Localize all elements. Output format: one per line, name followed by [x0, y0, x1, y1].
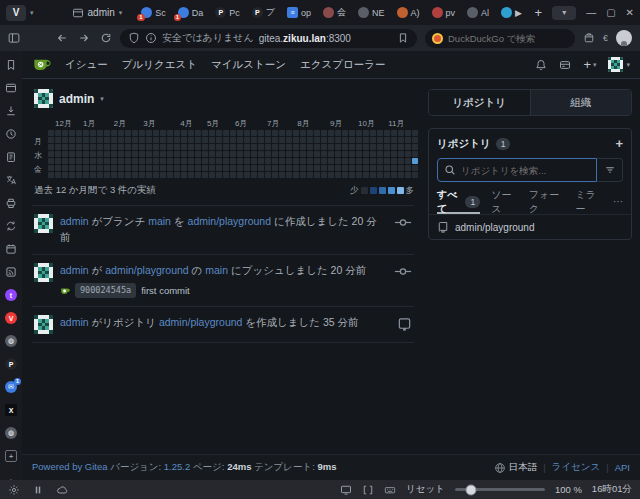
- heatmap-cell[interactable]: [223, 130, 229, 136]
- heatmap-cell[interactable]: [398, 158, 404, 164]
- heatmap-cell[interactable]: [335, 172, 341, 178]
- heatmap-cell[interactable]: [69, 151, 75, 157]
- address-bar[interactable]: 安全ではありません gitea.zikuu.lan:8300: [120, 29, 417, 48]
- heatmap-cell[interactable]: [188, 165, 194, 171]
- heatmap-cell[interactable]: [230, 172, 236, 178]
- heatmap-cell[interactable]: [314, 137, 320, 143]
- history-panel-icon[interactable]: [5, 128, 17, 140]
- extensions-icon[interactable]: [583, 32, 595, 44]
- heatmap-cell[interactable]: [153, 130, 159, 136]
- reload-button[interactable]: [100, 32, 112, 44]
- heatmap-cell[interactable]: [69, 158, 75, 164]
- heatmap-cell[interactable]: [55, 144, 61, 150]
- download-panel-icon[interactable]: [5, 105, 17, 117]
- heatmap-cell[interactable]: [286, 137, 292, 143]
- heatmap-cell[interactable]: [167, 158, 173, 164]
- footer-link[interactable]: Powered by Gitea: [32, 461, 108, 472]
- heatmap-cell[interactable]: [181, 144, 187, 150]
- heatmap-cell[interactable]: [174, 130, 180, 136]
- heatmap-cell[interactable]: [160, 172, 166, 178]
- heatmap-cell[interactable]: [342, 151, 348, 157]
- heatmap-cell[interactable]: [412, 144, 418, 150]
- heatmap-cell[interactable]: [167, 144, 173, 150]
- heatmap-cell[interactable]: [272, 158, 278, 164]
- heatmap-cell[interactable]: [251, 158, 257, 164]
- heatmap-cell[interactable]: [349, 137, 355, 143]
- heatmap-cell[interactable]: [174, 144, 180, 150]
- heatmap-cell[interactable]: [195, 158, 201, 164]
- heatmap-cell[interactable]: [55, 151, 61, 157]
- browser-tab[interactable]: ▶: [496, 5, 527, 20]
- heatmap-cell[interactable]: [160, 137, 166, 143]
- heatmap-cell[interactable]: [237, 165, 243, 171]
- heatmap-cell[interactable]: [118, 172, 124, 178]
- reader-icon[interactable]: €: [603, 33, 608, 43]
- heatmap-cell[interactable]: [223, 165, 229, 171]
- heatmap-cell[interactable]: [174, 165, 180, 171]
- heatmap-cell[interactable]: [342, 130, 348, 136]
- heatmap-cell[interactable]: [251, 172, 257, 178]
- heatmap-cell[interactable]: [139, 172, 145, 178]
- heatmap-cell[interactable]: [335, 130, 341, 136]
- heatmap-cell[interactable]: [216, 158, 222, 164]
- heatmap-cell[interactable]: [300, 165, 306, 171]
- heatmap-cell[interactable]: [55, 137, 61, 143]
- heatmap-cell[interactable]: [384, 144, 390, 150]
- heatmap-cell[interactable]: [62, 144, 68, 150]
- heatmap-cell[interactable]: [195, 172, 201, 178]
- heatmap-cell[interactable]: [370, 137, 376, 143]
- heatmap-cell[interactable]: [223, 151, 229, 157]
- proton-panel-icon[interactable]: P: [5, 358, 17, 370]
- heatmap-cell[interactable]: [293, 137, 299, 143]
- maximize-button[interactable]: ▢: [606, 7, 615, 18]
- heatmap-cell[interactable]: [370, 172, 376, 178]
- heatmap-cell[interactable]: [293, 144, 299, 150]
- heatmap-cell[interactable]: [104, 130, 110, 136]
- heatmap-cell[interactable]: [62, 137, 68, 143]
- heatmap-cell[interactable]: [398, 130, 404, 136]
- heatmap-cell[interactable]: [139, 137, 145, 143]
- heatmap-cell[interactable]: [216, 151, 222, 157]
- heatmap-cell[interactable]: [132, 172, 138, 178]
- heatmap-cell[interactable]: [286, 165, 292, 171]
- heatmap-cell[interactable]: [307, 172, 313, 178]
- feed-avatar[interactable]: [34, 315, 53, 334]
- heatmap-cell[interactable]: [251, 151, 257, 157]
- heatmap-cell[interactable]: [272, 144, 278, 150]
- heatmap-cell[interactable]: [321, 165, 327, 171]
- heatmap-cell[interactable]: [76, 172, 82, 178]
- heatmap-cell[interactable]: [195, 165, 201, 171]
- heatmap-cell[interactable]: [69, 165, 75, 171]
- heatmap-cell[interactable]: [153, 144, 159, 150]
- heatmap-cell[interactable]: [237, 137, 243, 143]
- heatmap-cell[interactable]: [195, 144, 201, 150]
- heatmap-cell[interactable]: [356, 165, 362, 171]
- heatmap-cell[interactable]: [174, 151, 180, 157]
- heatmap-cell[interactable]: [104, 144, 110, 150]
- heatmap-cell[interactable]: [335, 151, 341, 157]
- heatmap-cell[interactable]: [153, 172, 159, 178]
- heatmap-cell[interactable]: [356, 158, 362, 164]
- heatmap-cell[interactable]: [412, 151, 418, 157]
- browser-profile-avatar[interactable]: [616, 30, 632, 46]
- heatmap-cell[interactable]: [160, 144, 166, 150]
- heatmap-cell[interactable]: [391, 151, 397, 157]
- window-panel-icon[interactable]: [5, 82, 17, 94]
- heatmap-cell[interactable]: [181, 151, 187, 157]
- heatmap-cell[interactable]: [363, 165, 369, 171]
- heatmap-cell[interactable]: [391, 172, 397, 178]
- repo-filter-button[interactable]: [597, 158, 623, 182]
- heatmap-cell[interactable]: [293, 151, 299, 157]
- heatmap-cell[interactable]: [209, 130, 215, 136]
- heatmap-cell[interactable]: [272, 130, 278, 136]
- browser-tab[interactable]: pv: [427, 5, 461, 20]
- heatmap-cell[interactable]: [349, 130, 355, 136]
- heatmap-cell[interactable]: [83, 165, 89, 171]
- x-panel-icon[interactable]: X: [5, 404, 17, 416]
- heatmap-cell[interactable]: [48, 172, 54, 178]
- heatmap-cell[interactable]: [363, 130, 369, 136]
- heatmap-cell[interactable]: [230, 151, 236, 157]
- heatmap-cell[interactable]: [321, 158, 327, 164]
- heatmap-cell[interactable]: [244, 172, 250, 178]
- heatmap-cell[interactable]: [244, 144, 250, 150]
